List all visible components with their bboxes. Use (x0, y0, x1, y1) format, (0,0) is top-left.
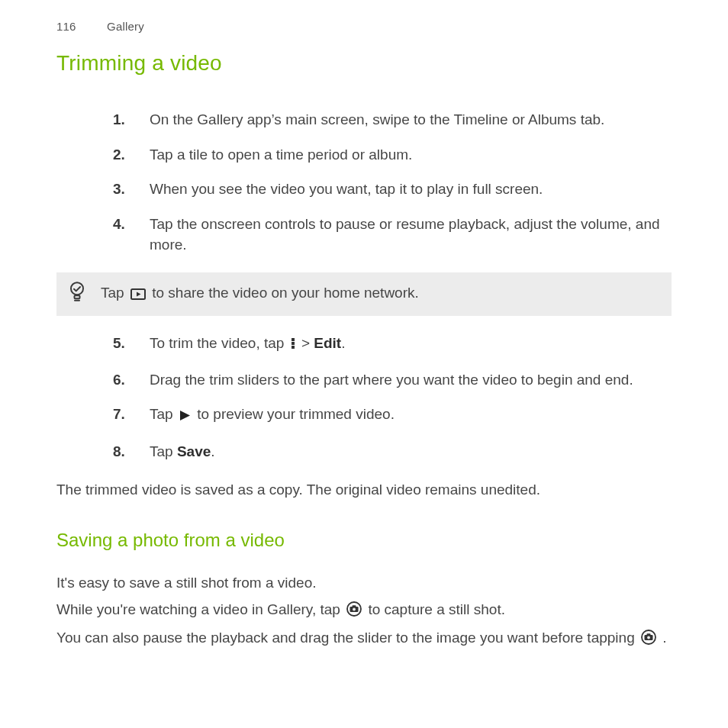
overflow-menu-icon (291, 334, 295, 356)
section1-footer-text: The trimmed video is saved as a copy. Th… (56, 479, 672, 501)
svg-marker-4 (137, 292, 141, 296)
step-7: 7. Tap to preview your trimmed video. (113, 404, 672, 427)
svg-marker-8 (180, 411, 190, 420)
section2-p2: While you're watching a video in Gallery… (56, 599, 672, 623)
step-text-pre: Tap (150, 406, 177, 422)
svg-rect-15 (647, 633, 651, 635)
section2-p1: It's easy to save a still shot from a vi… (56, 572, 672, 594)
step-5: 5. To trim the video, tap > Edit. (113, 333, 672, 356)
step-text: On the Gallery app’s main screen, swipe … (150, 111, 604, 127)
step-number: 1. (113, 109, 125, 130)
step-3: 3. When you see the video you want, tap … (113, 179, 672, 200)
step-6: 6. Drag the trim sliders to the part whe… (113, 369, 672, 391)
p3-post: . (662, 630, 666, 646)
step-2: 2. Tap a tile to open a time period or a… (113, 144, 672, 166)
step-number: 8. (113, 441, 125, 462)
step-4: 4. Tap the onscreen controls to pause or… (113, 214, 672, 256)
lightbulb-icon (69, 281, 85, 308)
camera-capture-icon (346, 601, 362, 623)
step-number: 3. (113, 179, 125, 200)
step-list-1to4: 1. On the Gallery app’s main screen, swi… (56, 109, 672, 256)
p2-post: to capture a still shot. (368, 601, 505, 617)
step-text-mid: > (301, 335, 314, 351)
step-8: 8. Tap Save. (113, 441, 672, 462)
step-text: Drag the trim sliders to the part where … (150, 372, 633, 388)
svg-point-16 (647, 636, 650, 639)
step-text: When you see the video you want, tap it … (150, 181, 543, 197)
tip-callout: Tap to share the video on your home netw… (56, 272, 672, 317)
heading-saving-photo: Saving a photo from a video (56, 530, 672, 551)
dlna-share-icon (130, 285, 146, 306)
svg-rect-6 (292, 342, 295, 345)
page-number: 116 (56, 20, 76, 33)
step-1: 1. On the Gallery app’s main screen, swi… (113, 109, 672, 130)
step-text: Tap a tile to open a time period or albu… (150, 147, 412, 163)
step-text-post: . (211, 443, 214, 459)
svg-point-0 (71, 282, 83, 295)
svg-rect-7 (292, 346, 295, 349)
svg-rect-11 (353, 605, 356, 607)
section2-p3: You can also pause the playback and drag… (56, 627, 672, 652)
edit-label: Edit (314, 335, 341, 351)
chapter-name: Gallery (107, 20, 144, 33)
step-list-5to8: 5. To trim the video, tap > Edit. 6. Dra… (56, 333, 672, 462)
step-text-post: to preview your trimmed video. (197, 406, 395, 422)
svg-rect-5 (292, 338, 295, 341)
step-number: 6. (113, 369, 125, 391)
step-text: Tap the onscreen controls to pause or re… (150, 216, 660, 253)
step-number: 2. (113, 144, 125, 166)
heading-trimming-video: Trimming a video (56, 51, 672, 76)
step-text-post: . (341, 335, 345, 351)
play-icon (179, 406, 191, 427)
step-text-pre: Tap (150, 443, 177, 459)
tip-text-pre: Tap (101, 285, 128, 301)
p2-pre: While you're watching a video in Gallery… (56, 601, 344, 617)
step-text-pre: To trim the video, tap (150, 335, 288, 351)
camera-capture-icon (641, 630, 656, 652)
running-header: 116 Gallery (56, 20, 672, 33)
svg-point-12 (353, 607, 356, 610)
step-number: 5. (113, 333, 125, 354)
save-label: Save (177, 443, 211, 459)
step-number: 7. (113, 404, 125, 425)
tip-text-post: to share the video on your home network. (152, 285, 419, 301)
document-page: 116 Gallery Trimming a video 1. On the G… (0, 0, 728, 728)
p3-pre: You can also pause the playback and drag… (56, 630, 639, 646)
step-number: 4. (113, 214, 125, 235)
svg-rect-1 (75, 295, 80, 298)
